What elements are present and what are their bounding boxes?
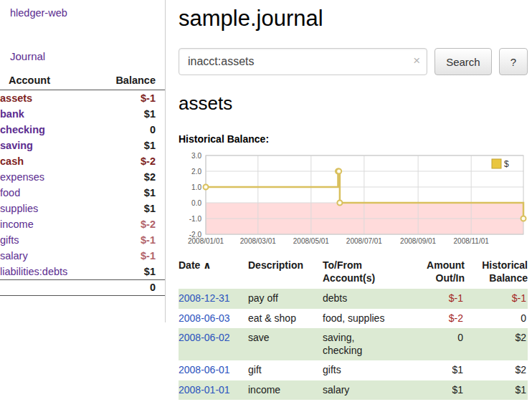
- account-balance: $2: [95, 169, 165, 185]
- sidebar-item-journal[interactable]: Journal: [0, 50, 165, 62]
- account-balance: $1: [95, 185, 165, 201]
- account-balance: $1: [95, 106, 165, 122]
- account-balance: $-1: [95, 248, 165, 264]
- register-col-date[interactable]: Date: [179, 259, 200, 271]
- account-row: expenses$2: [0, 169, 165, 185]
- register-date-link[interactable]: 2008-06-01: [179, 364, 230, 375]
- register-accounts: gifts: [323, 360, 410, 380]
- x-tick-label: 2008/07/01: [346, 237, 382, 245]
- y-tick-label: -1.0: [189, 215, 202, 223]
- register-balance: $1: [465, 380, 528, 401]
- account-row: saving$1: [0, 138, 165, 153]
- accounts-total-row: 0: [0, 280, 165, 296]
- y-tick-label: 3.0: [191, 152, 201, 160]
- register-table: Date ∧ Description To/From Account(s) Am…: [179, 257, 528, 400]
- accounts-total-balance: 0: [95, 280, 165, 296]
- register-col-accounts: To/From Account(s): [323, 257, 410, 289]
- sidebar-account-link[interactable]: saving: [0, 140, 33, 151]
- register-date-link[interactable]: 2008-01-01: [179, 384, 230, 396]
- sidebar-account-link[interactable]: cash: [0, 155, 24, 167]
- account-row: cash$-2: [0, 153, 165, 169]
- legend-swatch: [492, 159, 501, 168]
- sidebar-account-link[interactable]: checking: [0, 124, 45, 135]
- register-row: 2008-01-01incomesalary$1$1: [179, 380, 528, 401]
- register-date-link[interactable]: 2008-12-31: [179, 292, 230, 304]
- account-balance: 0: [95, 122, 165, 138]
- account-balance: $-2: [95, 216, 165, 232]
- register-row: 2008-06-01giftgifts$1$2: [179, 360, 528, 380]
- register-accounts: saving, checking: [323, 328, 410, 360]
- register-date-link[interactable]: 2008-06-02: [179, 332, 230, 343]
- y-tick-label: 1.0: [191, 183, 201, 191]
- accounts-col-balance: Balance: [95, 75, 165, 90]
- search-button[interactable]: Search: [434, 48, 492, 75]
- sidebar: hledger-web Journal Account Balance asse…: [0, 0, 166, 322]
- legend-label: $: [504, 159, 509, 169]
- register-col-balance: Historical Balance: [465, 257, 528, 289]
- data-point-marker: [204, 185, 209, 190]
- account-row: salary$-1: [0, 248, 165, 264]
- accounts-table: Account Balance assets$-1bank$1checking0…: [0, 75, 165, 296]
- register-amount: $1: [410, 360, 465, 380]
- sidebar-account-link[interactable]: assets: [0, 92, 32, 104]
- app-brand-link[interactable]: hledger-web: [0, 7, 165, 19]
- register-description: save: [248, 328, 323, 360]
- register-amount: $-2: [410, 309, 465, 329]
- main-content: sample.journal × Search ? assets Histori…: [166, 0, 532, 400]
- register-amount: $1: [410, 380, 465, 401]
- register-accounts: salary: [323, 380, 410, 401]
- y-tick-label: 0.0: [191, 199, 201, 207]
- register-date-link[interactable]: 2008-06-03: [179, 312, 230, 324]
- register-row: 2008-06-02savesaving, checking0$2: [179, 328, 528, 360]
- search-bar: × Search ?: [179, 48, 528, 75]
- register-row: 2008-06-03eat & shopfood, supplies$-20: [179, 309, 528, 329]
- register-accounts: food, supplies: [323, 309, 410, 329]
- account-heading: assets: [179, 92, 528, 115]
- account-balance: $-2: [95, 153, 165, 169]
- register-col-amount: Amount Out/In: [410, 257, 465, 289]
- register-balance: $2: [465, 328, 528, 360]
- register-description: eat & shop: [248, 309, 323, 329]
- account-balance: $1: [95, 138, 165, 153]
- data-point-marker: [337, 201, 342, 206]
- sidebar-account-link[interactable]: expenses: [0, 171, 44, 183]
- register-balance: $2: [465, 360, 528, 380]
- sidebar-account-link[interactable]: salary: [0, 250, 28, 262]
- sidebar-account-link[interactable]: bank: [0, 108, 24, 120]
- register-accounts: debts: [323, 289, 410, 309]
- account-row: gifts$-1: [0, 232, 165, 248]
- accounts-col-account: Account: [0, 75, 95, 90]
- sidebar-account-link[interactable]: food: [0, 187, 20, 198]
- sidebar-account-link[interactable]: liabilities:debts: [0, 266, 67, 277]
- register-balance: $-1: [465, 289, 528, 309]
- x-tick-label: 2008/05/01: [293, 237, 329, 245]
- account-row: food$1: [0, 185, 165, 201]
- account-balance: $1: [95, 201, 165, 216]
- account-row: liabilities:debts$1: [0, 264, 165, 280]
- register-description: gift: [248, 360, 323, 380]
- sort-ascending-icon[interactable]: ∧: [203, 259, 211, 271]
- account-row: checking0: [0, 122, 165, 138]
- register-amount: $-1: [410, 289, 465, 309]
- account-row: income$-2: [0, 216, 165, 232]
- register-header-row: Date ∧ Description To/From Account(s) Am…: [179, 257, 528, 289]
- clear-search-icon[interactable]: ×: [413, 54, 420, 68]
- register-amount: 0: [410, 328, 465, 360]
- x-tick-label: 2008/01/01: [188, 237, 224, 245]
- sidebar-account-link[interactable]: gifts: [0, 234, 19, 246]
- sidebar-account-link[interactable]: income: [0, 219, 34, 230]
- page-title: sample.journal: [179, 6, 528, 32]
- y-tick-label: 2.0: [191, 168, 201, 176]
- register-description: income: [248, 380, 323, 401]
- account-row: supplies$1: [0, 201, 165, 216]
- x-tick-label: 2008/11/01: [454, 237, 490, 245]
- x-tick-label: 2008/09/01: [400, 237, 436, 245]
- sidebar-account-link[interactable]: supplies: [0, 203, 38, 214]
- help-button[interactable]: ?: [499, 48, 528, 75]
- account-row: assets$-1: [0, 90, 165, 107]
- data-point-marker: [521, 216, 526, 221]
- search-input[interactable]: [179, 48, 427, 75]
- register-description: pay off: [248, 289, 323, 309]
- register-row: 2008-12-31pay offdebts$-1$-1: [179, 289, 528, 309]
- chart-title: Historical Balance:: [179, 133, 528, 145]
